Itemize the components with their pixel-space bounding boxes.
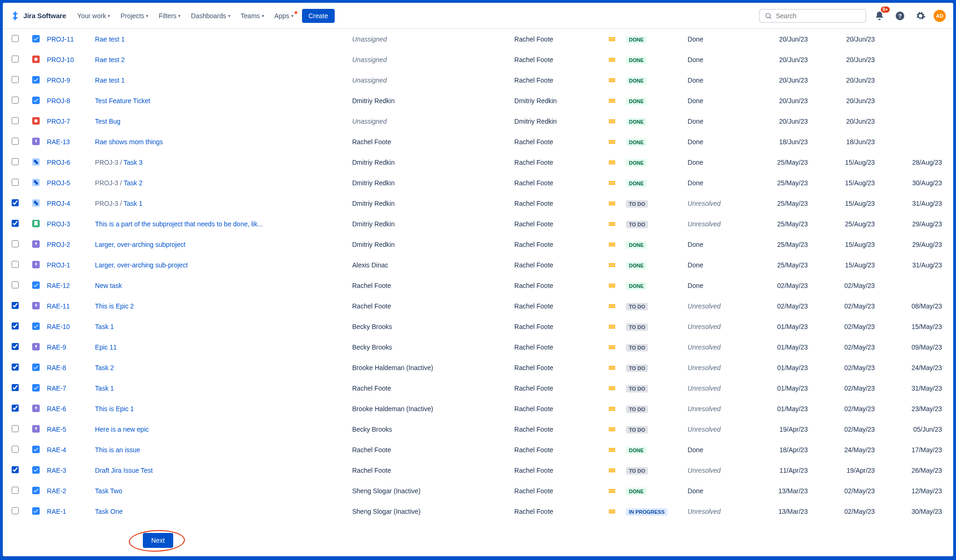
nav-your-work[interactable]: Your work▾ [74, 9, 114, 22]
issue-summary-link[interactable]: Task Two [95, 487, 122, 495]
row-checkbox[interactable] [12, 240, 19, 247]
issue-key-link[interactable]: RAE-4 [47, 446, 66, 454]
status-lozenge[interactable]: DONE [626, 488, 647, 495]
issue-key-link[interactable]: PROJ-8 [47, 97, 70, 105]
status-lozenge[interactable]: TO DO [626, 467, 648, 475]
issue-summary-link[interactable]: Here is a new epic [95, 426, 149, 433]
status-lozenge[interactable]: DONE [626, 36, 647, 43]
issue-key-link[interactable]: PROJ-1 [47, 261, 70, 269]
row-checkbox[interactable] [12, 138, 19, 145]
row-checkbox[interactable] [12, 179, 19, 186]
row-checkbox[interactable] [12, 343, 19, 350]
nav-apps[interactable]: Apps▾ [271, 9, 297, 22]
row-checkbox[interactable] [12, 281, 19, 288]
issue-key-link[interactable]: RAE-10 [47, 323, 70, 330]
row-checkbox[interactable] [12, 199, 19, 206]
issue-key-link[interactable]: RAE-8 [47, 364, 66, 371]
row-checkbox[interactable] [12, 405, 19, 412]
nav-projects[interactable]: Projects▾ [117, 9, 152, 22]
issue-key-link[interactable]: RAE-9 [47, 343, 66, 351]
row-checkbox[interactable] [12, 158, 19, 165]
status-lozenge[interactable]: TO DO [626, 323, 648, 331]
issue-key-link[interactable]: RAE-2 [47, 487, 66, 495]
issue-summary-link[interactable]: Rae test 1 [95, 35, 125, 43]
row-checkbox[interactable] [12, 76, 19, 83]
issue-summary-link[interactable]: Task 2 [95, 364, 114, 371]
row-checkbox[interactable] [12, 220, 19, 227]
nav-teams[interactable]: Teams▾ [237, 9, 268, 22]
notifications-button[interactable]: 9+ [872, 8, 887, 23]
help-button[interactable]: ? [893, 8, 907, 23]
status-lozenge[interactable]: TO DO [626, 406, 648, 413]
settings-button[interactable] [913, 8, 928, 23]
issue-key-link[interactable]: PROJ-3 [47, 220, 70, 228]
row-checkbox[interactable] [12, 97, 19, 104]
issue-key-link[interactable]: RAE-5 [47, 426, 66, 433]
status-lozenge[interactable]: DONE [626, 262, 647, 269]
issue-key-link[interactable]: RAE-7 [47, 385, 66, 392]
row-checkbox[interactable] [12, 466, 19, 473]
issue-summary-link[interactable]: This is a part of the subproject that ne… [95, 220, 263, 228]
row-checkbox[interactable] [12, 384, 19, 391]
issue-key-link[interactable]: RAE-6 [47, 405, 66, 413]
issue-summary-link[interactable]: This is an issue [95, 446, 140, 454]
status-lozenge[interactable]: TO DO [626, 200, 648, 208]
issue-key-link[interactable]: PROJ-10 [47, 56, 74, 63]
status-lozenge[interactable]: DONE [626, 180, 647, 187]
issue-summary-link[interactable]: Larger, over-arching sub-project [95, 261, 188, 269]
issue-summary-link[interactable]: Draft Jira Issue Test [95, 467, 153, 474]
nav-filters[interactable]: Filters▾ [155, 9, 184, 22]
create-button[interactable]: Create [302, 9, 335, 23]
status-lozenge[interactable]: DONE [626, 98, 647, 105]
issue-summary-link[interactable]: This is Epic 1 [95, 405, 134, 413]
issue-summary-link[interactable]: Task 1 [124, 200, 142, 207]
issue-summary-link[interactable]: New task [95, 282, 122, 289]
issue-key-link[interactable]: RAE-12 [47, 282, 70, 289]
product-logo[interactable]: Jira Software [10, 10, 66, 21]
issue-key-link[interactable]: RAE-13 [47, 138, 70, 146]
issue-key-link[interactable]: PROJ-4 [47, 200, 70, 207]
issue-key-link[interactable]: PROJ-2 [47, 241, 70, 248]
issue-key-link[interactable]: PROJ-9 [47, 77, 70, 84]
issue-summary-link[interactable]: Larger, over-arching subproject [95, 241, 186, 248]
status-lozenge[interactable]: DONE [626, 77, 647, 84]
issue-summary-link[interactable]: Rae test 2 [95, 56, 125, 63]
row-checkbox[interactable] [12, 446, 19, 453]
status-lozenge[interactable]: DONE [626, 56, 647, 64]
issue-summary-link[interactable]: Rae shows mom things [95, 138, 163, 146]
next-button[interactable]: Next [143, 533, 173, 548]
issue-key-link[interactable]: PROJ-5 [47, 179, 70, 187]
issue-summary-link[interactable]: This is Epic 2 [95, 302, 134, 310]
status-lozenge[interactable]: TO DO [626, 303, 648, 310]
issue-summary-link[interactable]: Task 2 [124, 179, 142, 187]
issue-summary-link[interactable]: Task One [95, 508, 123, 515]
row-checkbox[interactable] [12, 425, 19, 432]
issue-key-link[interactable]: RAE-3 [47, 467, 66, 474]
status-lozenge[interactable]: TO DO [626, 364, 648, 372]
row-checkbox[interactable] [12, 261, 19, 268]
issue-key-link[interactable]: PROJ-7 [47, 118, 70, 125]
row-checkbox[interactable] [12, 35, 19, 42]
issue-key-link[interactable]: PROJ-6 [47, 159, 70, 166]
row-checkbox[interactable] [12, 507, 19, 514]
status-lozenge[interactable]: IN PROGRESS [626, 508, 667, 516]
issue-key-link[interactable]: RAE-1 [47, 508, 66, 515]
row-checkbox[interactable] [12, 487, 19, 494]
issue-summary-link[interactable]: Test Feature Ticket [95, 97, 150, 105]
status-lozenge[interactable]: DONE [626, 282, 647, 290]
issue-key-link[interactable]: RAE-11 [47, 302, 70, 310]
status-lozenge[interactable]: DONE [626, 159, 647, 167]
issue-summary-link[interactable]: Task 1 [95, 385, 114, 392]
issue-summary-link[interactable]: Test Bug [95, 118, 120, 125]
global-search[interactable] [759, 9, 866, 23]
issue-summary-link[interactable]: Task 3 [124, 159, 142, 166]
user-avatar[interactable]: AD [934, 10, 946, 22]
status-lozenge[interactable]: DONE [626, 139, 647, 146]
status-lozenge[interactable]: TO DO [626, 344, 648, 351]
search-input[interactable] [776, 12, 861, 20]
issue-summary-link[interactable]: Rae test 1 [95, 77, 125, 84]
row-checkbox[interactable] [12, 322, 19, 329]
status-lozenge[interactable]: TO DO [626, 426, 648, 434]
status-lozenge[interactable]: DONE [626, 118, 647, 126]
nav-dashboards[interactable]: Dashboards▾ [187, 9, 234, 22]
